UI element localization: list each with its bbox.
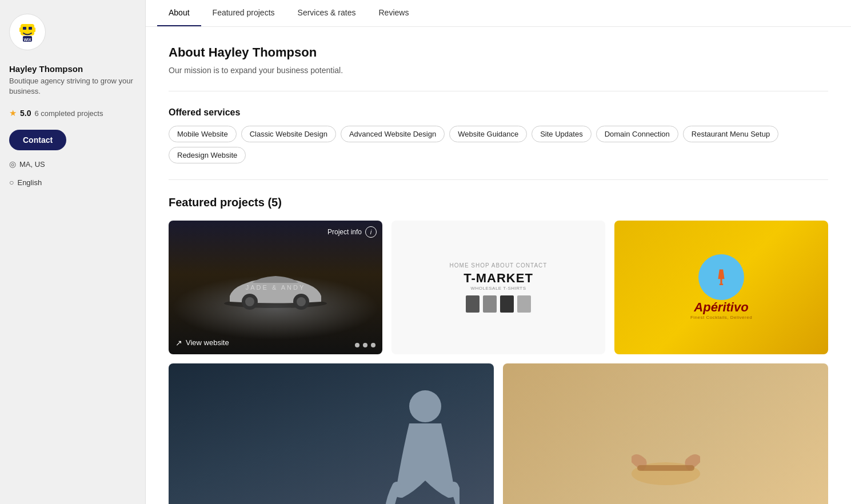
- content-area: About Hayley Thompson Our mission is to …: [146, 27, 851, 504]
- language-icon: ○: [9, 178, 14, 187]
- location-row: ◎ MA, US: [9, 159, 136, 169]
- service-tag-1: Classic Website Design: [241, 126, 336, 142]
- projects-bottom-row: IT DOESN'T GET EASIER. YOU GET BETTER.: [169, 363, 828, 504]
- aperitivo-tagline: Finest Cocktails, Delivered: [690, 315, 752, 320]
- social-icons-bar: [355, 343, 375, 347]
- sidebar: WIX Hayley Thompson Boutique agency stri…: [0, 0, 146, 504]
- aperitivo-logo: Apéritivo: [690, 300, 752, 315]
- project-card-2[interactable]: HOME SHOP ABOUT CONTACT T-MARKET WHOLESA…: [391, 221, 605, 354]
- wix-logo-icon: WIX: [14, 18, 41, 46]
- profile-name: Hayley Thompson: [9, 64, 136, 74]
- service-tag-6: Restaurant Menu Setup: [683, 126, 778, 142]
- fitness-person-icon: [368, 383, 460, 504]
- completed-projects-label: 6 completed projects: [34, 109, 103, 118]
- logo-area: WIX: [9, 14, 136, 50]
- aperitivo-content: Apéritivo Finest Cocktails, Delivered: [690, 254, 752, 320]
- offered-services-title: Offered services: [169, 107, 828, 118]
- service-tag-2: Advanced Website Design: [341, 126, 445, 142]
- main-content: About Featured projects Services & rates…: [146, 0, 851, 504]
- about-title: About Hayley Thompson: [169, 45, 828, 60]
- project-card-3[interactable]: Apéritivo Finest Cocktails, Delivered: [614, 221, 828, 354]
- project-card-1[interactable]: JADE & ANDY Project info i ↗ View websit…: [169, 221, 382, 354]
- featured-projects-title: Featured projects (5): [169, 196, 828, 209]
- projects-grid: JADE & ANDY Project info i ↗ View websit…: [169, 221, 828, 354]
- service-tag-4: Site Updates: [532, 126, 591, 142]
- svg-rect-3: [29, 27, 32, 30]
- section-divider: [169, 91, 828, 91]
- language-row: ○ English: [9, 178, 136, 187]
- svg-point-13: [409, 390, 441, 422]
- product-thumb-4: [517, 295, 531, 313]
- location-icon: ◎: [9, 159, 16, 169]
- nav-services-rates[interactable]: Services & rates: [286, 0, 367, 26]
- rating-row: ★ 5.0 6 completed projects: [9, 108, 136, 118]
- project-card-5[interactable]: [503, 363, 828, 504]
- svg-rect-2: [23, 27, 26, 30]
- tmarket-nav-bar: HOME SHOP ABOUT CONTACT: [450, 262, 548, 269]
- name-area: Hayley Thompson Boutique agency striving…: [9, 64, 136, 97]
- product-thumb-3: [500, 295, 514, 313]
- product-thumb-1: [466, 295, 480, 313]
- info-icon: i: [365, 226, 377, 238]
- svg-point-12: [297, 297, 306, 306]
- svg-rect-5: [34, 27, 35, 32]
- card-tmarket-bg: HOME SHOP ABOUT CONTACT T-MARKET WHOLESA…: [391, 221, 605, 354]
- social-dot-2: [363, 343, 367, 347]
- cocktail-glass-icon: [717, 269, 726, 285]
- jade-andy-label: JADE & ANDY: [246, 284, 306, 291]
- nav-featured-projects[interactable]: Featured projects: [201, 0, 286, 26]
- service-tag-7: Redesign Website: [169, 147, 246, 163]
- card-fitness-bg: IT DOESN'T GET EASIER. YOU GET BETTER.: [169, 363, 494, 504]
- services-tags-container: Mobile WebsiteClassic Website DesignAdva…: [169, 126, 828, 163]
- rating-value: 5.0: [20, 109, 31, 118]
- tmarket-logo: T-MARKET: [450, 271, 548, 286]
- tmarket-content: HOME SHOP ABOUT CONTACT T-MARKET WHOLESA…: [450, 262, 548, 313]
- service-tag-5: Domain Connection: [596, 126, 678, 142]
- section-divider-2: [169, 179, 828, 180]
- view-website-bar[interactable]: ↗ View website: [175, 338, 229, 347]
- top-navigation: About Featured projects Services & rates…: [146, 0, 851, 27]
- about-mission: Our mission is to expand your business p…: [169, 66, 828, 75]
- svg-rect-4: [19, 27, 21, 32]
- project-card-4[interactable]: IT DOESN'T GET EASIER. YOU GET BETTER.: [169, 363, 494, 504]
- location-value: MA, US: [19, 160, 45, 169]
- service-tag-3: Website Guidance: [449, 126, 527, 142]
- star-icon: ★: [9, 108, 17, 118]
- nav-reviews[interactable]: Reviews: [367, 0, 420, 26]
- service-tag-0: Mobile Website: [169, 126, 237, 142]
- product-thumb-2: [483, 295, 497, 313]
- contact-button[interactable]: Contact: [9, 130, 66, 150]
- tagline: Boutique agency striving to grow your bu…: [9, 76, 136, 97]
- featured-projects-section: Featured projects (5): [169, 196, 828, 504]
- card-aperitivo-bg: Apéritivo Finest Cocktails, Delivered: [614, 221, 828, 354]
- svg-rect-1: [21, 24, 34, 35]
- view-website-label: View website: [186, 338, 229, 347]
- jade-andy-overlay: JADE & ANDY: [246, 284, 306, 291]
- tmarket-products: [450, 295, 548, 313]
- aperitivo-circle: [698, 254, 744, 300]
- card-food-bg: [503, 363, 828, 504]
- project-info-label: Project info: [327, 228, 362, 236]
- language-value: English: [17, 178, 42, 187]
- svg-rect-15: [637, 465, 694, 471]
- nav-about[interactable]: About: [157, 0, 201, 26]
- svg-point-10: [245, 297, 254, 306]
- social-dot-3: [371, 343, 375, 347]
- project-info-bar: Project info i: [327, 226, 377, 238]
- svg-text:WIX: WIX: [23, 38, 31, 42]
- logo-circle: WIX: [9, 14, 46, 50]
- tmarket-tagline: WHOLESALE T-SHIRTS: [450, 286, 548, 291]
- ext-link-icon: ↗: [175, 338, 182, 347]
- social-dot-1: [355, 343, 359, 347]
- food-prep-icon: [620, 439, 712, 491]
